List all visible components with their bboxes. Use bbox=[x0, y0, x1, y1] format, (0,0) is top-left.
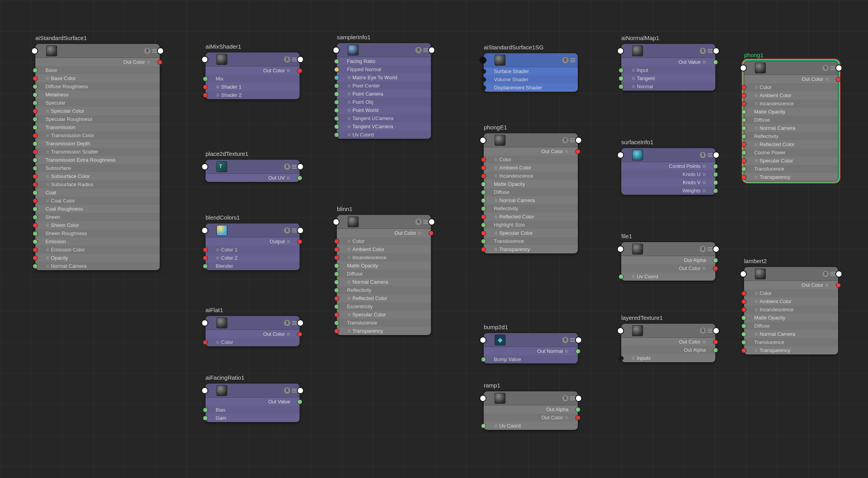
input-port[interactable] bbox=[33, 231, 38, 236]
input-port[interactable] bbox=[33, 215, 38, 220]
attr-row[interactable]: ⊞Point Camera bbox=[337, 90, 431, 98]
solo-icon[interactable]: S bbox=[562, 137, 568, 143]
attr-row[interactable]: Matte Opacity bbox=[484, 180, 578, 188]
node-output-port[interactable] bbox=[428, 47, 435, 54]
expand-icon[interactable]: ⊞ bbox=[45, 248, 49, 252]
output-row[interactable]: Weights⊞ bbox=[621, 187, 715, 195]
input-port[interactable] bbox=[481, 230, 486, 236]
node-aiStandardSurface1SG[interactable]: aiStandardSurface1SGSSurface ShaderVolum… bbox=[483, 53, 578, 92]
expand-icon[interactable]: ⊞ bbox=[702, 267, 706, 270]
input-port[interactable] bbox=[33, 239, 38, 244]
attr-row[interactable]: ⊞Specular Color bbox=[337, 311, 431, 319]
input-port[interactable] bbox=[334, 255, 339, 260]
solo-icon[interactable]: S bbox=[415, 47, 422, 53]
node-header[interactable]: S bbox=[744, 61, 838, 75]
node-ramp1[interactable]: ramp1SOut AlphaOut Color⊞⊞Uv Coord bbox=[483, 391, 578, 430]
input-port[interactable] bbox=[203, 76, 208, 81]
node-file1[interactable]: file1SOut AlphaOut Color⊞⊞Uv Coord bbox=[621, 242, 716, 281]
attr-row[interactable]: Base bbox=[35, 66, 160, 74]
node-input-port[interactable] bbox=[617, 327, 624, 334]
output-row[interactable]: Out Value⊞ bbox=[621, 58, 715, 66]
attr-row[interactable]: ⊞Normal Camera bbox=[484, 196, 578, 204]
expand-icon[interactable]: ⊞ bbox=[702, 189, 706, 193]
output-port[interactable] bbox=[157, 59, 162, 65]
output-port[interactable] bbox=[575, 349, 580, 354]
attr-row[interactable]: ⊞Input bbox=[621, 66, 715, 74]
expand-icon[interactable]: ⊞ bbox=[494, 424, 498, 428]
input-port[interactable] bbox=[203, 247, 208, 252]
node-header[interactable]: S bbox=[621, 44, 715, 58]
input-port[interactable] bbox=[481, 157, 486, 162]
attr-row[interactable]: ⊞Transparency bbox=[484, 245, 578, 253]
menu-icon[interactable] bbox=[830, 66, 836, 70]
solo-icon[interactable]: S bbox=[284, 56, 290, 63]
node-input-port[interactable] bbox=[617, 47, 624, 54]
expand-icon[interactable]: ⊞ bbox=[702, 173, 706, 176]
node-aiFlat1[interactable]: aiFlat1SOut Color⊞⊞Color bbox=[205, 316, 300, 347]
attr-row[interactable]: ⊞Normal bbox=[621, 82, 715, 91]
node-input-port[interactable] bbox=[479, 137, 486, 144]
expand-icon[interactable]: ⊞ bbox=[347, 239, 351, 243]
output-row[interactable]: Out Color⊞ bbox=[484, 413, 578, 422]
attr-row[interactable]: ⊞Tangent bbox=[621, 74, 715, 82]
expand-icon[interactable]: ⊞ bbox=[754, 143, 758, 147]
expand-icon[interactable]: ⊞ bbox=[754, 102, 758, 106]
expand-icon[interactable]: ⊞ bbox=[45, 199, 49, 203]
attr-row[interactable]: ⊞Color bbox=[337, 237, 431, 245]
expand-icon[interactable]: ⊞ bbox=[754, 94, 758, 98]
node-blendColors1[interactable]: blendColors1SOutput⊞⊞Color 1⊞Color 2Blen… bbox=[205, 223, 300, 270]
attr-row[interactable]: Sheen Roughness bbox=[35, 229, 160, 237]
input-port[interactable] bbox=[481, 77, 486, 82]
expand-icon[interactable]: ⊞ bbox=[216, 85, 220, 89]
input-port[interactable] bbox=[481, 69, 486, 74]
input-port[interactable] bbox=[33, 84, 38, 89]
output-row[interactable]: Out UV⊞ bbox=[206, 174, 300, 182]
attr-row[interactable]: Transmission bbox=[35, 123, 160, 131]
input-port[interactable] bbox=[481, 423, 486, 428]
input-port[interactable] bbox=[741, 117, 746, 122]
expand-icon[interactable]: ⊞ bbox=[702, 60, 706, 64]
expand-icon[interactable]: ⊞ bbox=[347, 297, 351, 300]
expand-icon[interactable]: ⊞ bbox=[347, 329, 351, 333]
output-row[interactable]: Out Alpha bbox=[621, 346, 715, 354]
expand-icon[interactable]: ⊞ bbox=[45, 174, 49, 178]
output-row[interactable]: Out Color⊞ bbox=[35, 58, 160, 66]
input-port[interactable] bbox=[741, 109, 746, 114]
attr-row[interactable]: Reflectivity bbox=[337, 286, 431, 294]
output-row[interactable]: Out Color⊞ bbox=[621, 338, 715, 346]
attr-row[interactable]: ⊞Uv Coord bbox=[484, 422, 578, 430]
attr-row[interactable]: Translucence bbox=[337, 319, 431, 327]
menu-icon[interactable] bbox=[708, 247, 713, 251]
input-port[interactable] bbox=[481, 181, 486, 187]
attr-row[interactable]: Specular bbox=[35, 99, 160, 107]
node-aiMixShader1[interactable]: aiMixShader1SOut Color⊞Mix⊞Shader 1⊞Shad… bbox=[205, 52, 300, 99]
input-port[interactable] bbox=[481, 173, 486, 178]
node-output-port[interactable] bbox=[835, 65, 842, 72]
input-port[interactable] bbox=[334, 271, 339, 276]
expand-icon[interactable]: ⊞ bbox=[494, 248, 498, 251]
attr-row[interactable]: Metalness bbox=[35, 91, 160, 99]
output-row[interactable]: Out Normal⊞ bbox=[484, 347, 578, 355]
attr-row[interactable]: Eccentricity bbox=[337, 302, 431, 311]
node-output-port[interactable] bbox=[575, 337, 582, 344]
menu-icon[interactable] bbox=[708, 49, 713, 53]
node-output-port[interactable] bbox=[575, 137, 582, 144]
solo-icon[interactable]: S bbox=[284, 320, 290, 326]
solo-icon[interactable]: S bbox=[700, 328, 706, 334]
attr-row[interactable]: ⊞Reflected Color bbox=[744, 140, 838, 148]
input-port[interactable] bbox=[619, 76, 624, 81]
output-port[interactable] bbox=[836, 283, 841, 288]
attr-row[interactable]: Surface Shader bbox=[484, 67, 578, 75]
expand-icon[interactable]: ⊞ bbox=[347, 108, 351, 112]
output-port[interactable] bbox=[575, 415, 580, 420]
expand-icon[interactable]: ⊞ bbox=[347, 84, 351, 88]
attr-row[interactable]: Matte Opacity bbox=[744, 108, 838, 116]
input-port[interactable] bbox=[481, 190, 486, 195]
expand-icon[interactable]: ⊞ bbox=[45, 150, 49, 154]
input-port[interactable] bbox=[334, 83, 339, 88]
expand-icon[interactable]: ⊞ bbox=[286, 332, 290, 336]
attr-row[interactable]: Transmission Depth bbox=[35, 140, 160, 148]
menu-icon[interactable] bbox=[292, 58, 297, 61]
expand-icon[interactable]: ⊞ bbox=[754, 85, 758, 89]
input-port[interactable] bbox=[33, 198, 38, 203]
